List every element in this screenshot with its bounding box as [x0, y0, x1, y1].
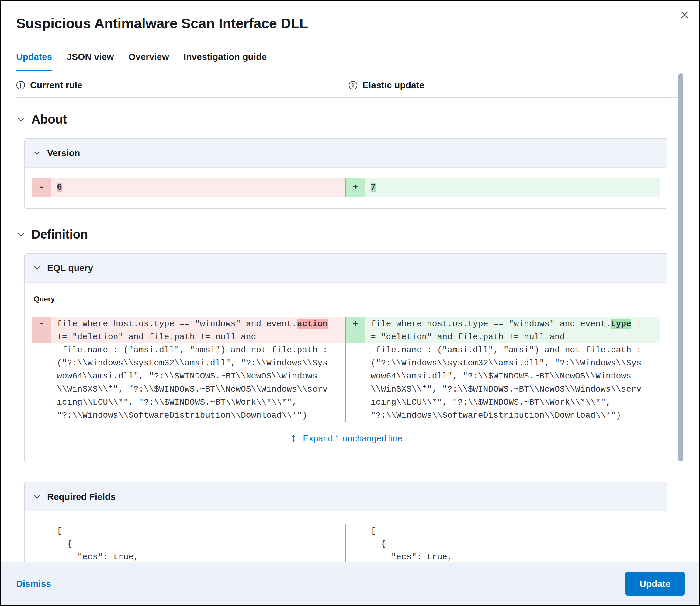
diff-line: +file where host.os.type == "windows" an…: [346, 317, 659, 330]
required-fields-panel-toggle[interactable]: Required Fields: [25, 483, 667, 511]
tab-investigation-guide[interactable]: Investigation guide: [184, 52, 267, 71]
info-icon: [16, 80, 25, 90]
diff-line: wow64\\amsi.dll", "?:\\$WINDOWS.~BT\\New…: [32, 370, 346, 383]
diff-line: file.name : ("amsi.dll", "amsi") and not…: [32, 344, 346, 356]
info-icon: [348, 80, 358, 90]
definition-section-title: Definition: [31, 227, 88, 241]
version-diff-update: +7: [346, 178, 659, 197]
required-fields-panel-title: Required Fields: [47, 492, 116, 502]
expand-unchanged-link[interactable]: Expand 1 unchanged line: [32, 434, 659, 444]
diff-line: "?:\\Windows\\SoftwareDistribution\\Down…: [32, 409, 346, 422]
eql-query-diff: -file where host.os.type == "windows" an…: [32, 317, 659, 422]
required-fields-diff: [ { "ecs": true,- "name": "event.action"…: [32, 524, 659, 562]
diff-line: -file where host.os.type == "windows" an…: [32, 317, 346, 330]
diff-line: "?:\\Windows\\SoftwareDistribution\\Down…: [346, 409, 659, 422]
flyout-header: Suspicious Antimalware Scan Interface DL…: [1, 1, 699, 71]
expand-icon: [289, 434, 298, 443]
diff-line: "ecs": true,: [346, 550, 659, 562]
diff-line: {: [32, 537, 346, 550]
chevron-down-icon: [16, 115, 25, 124]
tab-updates[interactable]: Updates: [16, 52, 52, 71]
diff-line: ("?:\\Windows\\system32\\amsi.dll", "?:\…: [346, 356, 659, 370]
update-button[interactable]: Update: [625, 572, 685, 596]
version-panel: Version -6 +7: [24, 138, 668, 209]
about-section-title: About: [31, 112, 67, 126]
elastic-update-label: Elastic update: [362, 80, 424, 90]
tab-bar: Updates JSON view Overview Investigation…: [16, 52, 681, 71]
scrollbar[interactable]: [678, 73, 683, 462]
page-title: Suspicious Antimalware Scan Interface DL…: [16, 14, 681, 32]
chevron-down-icon: [33, 493, 41, 501]
eql-query-panel-title: EQL query: [47, 263, 93, 273]
diff-line: icing\\LCU\\*", "?:\\$WINDOWS.~BT\\Work\…: [32, 396, 346, 409]
diff-line: +7: [346, 178, 659, 197]
flyout-footer: Dismiss Update: [1, 562, 699, 605]
required-fields-diff-current: [ { "ecs": true,- "name": "event.action"…: [32, 524, 346, 562]
dismiss-button[interactable]: Dismiss: [16, 579, 51, 589]
diff-line: "ecs": true,: [32, 550, 346, 562]
diff-line: = "deletion" and file.path != null and: [346, 330, 659, 344]
eql-query-panel-body: Query -file where host.os.type == "windo…: [25, 282, 667, 462]
query-label: Query: [32, 295, 659, 303]
chevron-down-icon: [16, 230, 25, 239]
diff-line: [: [346, 524, 659, 537]
eql-query-panel-toggle[interactable]: EQL query: [25, 254, 667, 282]
required-fields-panel: Required Fields [ { "ecs": true,- "name"…: [24, 482, 668, 562]
flyout-body: Current rule Elastic update: [1, 71, 699, 562]
version-panel-body: -6 +7: [25, 167, 667, 208]
diff-line: {: [346, 537, 659, 550]
eql-query-panel: EQL query Query -file where host.os.type…: [24, 253, 668, 462]
version-panel-toggle[interactable]: Version: [25, 139, 667, 167]
diff-line: wow64\\amsi.dll", "?:\\$WINDOWS.~BT\\New…: [346, 370, 659, 383]
version-panel-title: Version: [47, 148, 80, 158]
diff-line: != "deletion" and file.path != null and: [32, 330, 346, 344]
chevron-down-icon: [33, 264, 41, 272]
tab-json-view[interactable]: JSON view: [67, 52, 114, 71]
required-fields-diff-update: [ { "ecs": true,+ "name": "event.type", …: [346, 524, 659, 562]
tab-overview[interactable]: Overview: [128, 52, 169, 71]
rule-update-flyout: Suspicious Antimalware Scan Interface DL…: [0, 0, 700, 606]
chevron-down-icon: [33, 149, 41, 157]
about-section-toggle[interactable]: About: [16, 112, 681, 126]
required-fields-panel-body: [ { "ecs": true,- "name": "event.action"…: [25, 511, 667, 562]
diff-line: \\WinSXS\\*", "?:\\$WINDOWS.~BT\\NewOS\\…: [32, 383, 346, 396]
diff-line: [: [32, 524, 346, 537]
version-diff: -6 +7: [32, 178, 659, 197]
diff-line: -6: [32, 178, 346, 197]
eql-diff-current: -file where host.os.type == "windows" an…: [32, 317, 346, 422]
diff-column-header: Current rule Elastic update: [16, 71, 681, 98]
diff-line: icing\\LCU\\*", "?:\\$WINDOWS.~BT\\Work\…: [346, 396, 659, 409]
diff-line: file.name : ("amsi.dll", "amsi") and not…: [346, 344, 659, 356]
diff-line: \\WinSXS\\*", "?:\\$WINDOWS.~BT\\NewOS\\…: [346, 383, 659, 396]
definition-section-toggle[interactable]: Definition: [16, 227, 681, 241]
close-icon[interactable]: [678, 8, 691, 22]
current-rule-label: Current rule: [30, 80, 82, 90]
expand-unchanged-label: Expand 1 unchanged line: [303, 434, 402, 444]
version-diff-current: -6: [32, 178, 346, 197]
eql-diff-update: +file where host.os.type == "windows" an…: [346, 317, 659, 422]
diff-line: ("?:\\Windows\\system32\\amsi.dll", "?:\…: [32, 356, 346, 370]
